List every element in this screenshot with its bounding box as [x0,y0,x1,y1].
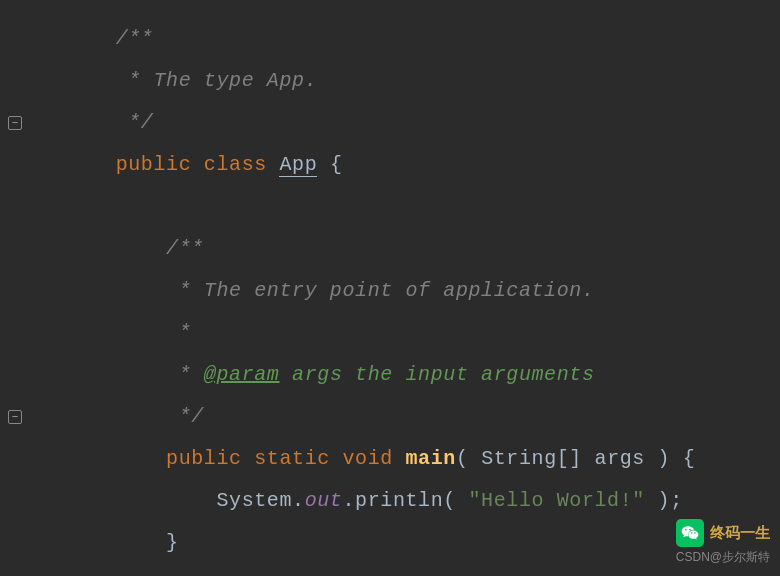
wechat-svg [680,523,700,543]
gutter-10[interactable]: − [0,410,30,424]
code-line-13: } [0,522,780,564]
class-name-app: App [279,153,317,177]
watermark-source: CSDN@步尔斯特 [676,549,770,566]
watermark-author: 终码一生 [710,524,770,543]
keyword-public-1: public [116,153,204,176]
watermark-top: 终码一生 [676,519,770,547]
closing-brace: } [116,531,179,554]
bracket-open-class: { [317,153,342,176]
line-content-13: } [30,480,780,576]
fold-icon-3[interactable]: − [8,116,22,130]
fold-icon-10[interactable]: − [8,410,22,424]
wechat-icon [676,519,704,547]
code-editor: /** * The type App. − */ public class Ap… [0,0,780,576]
watermark: 终码一生 CSDN@步尔斯特 [676,519,770,566]
code-line-4: public class App { [0,144,780,186]
keyword-class: class [204,153,280,176]
gutter-3[interactable]: − [0,116,30,130]
